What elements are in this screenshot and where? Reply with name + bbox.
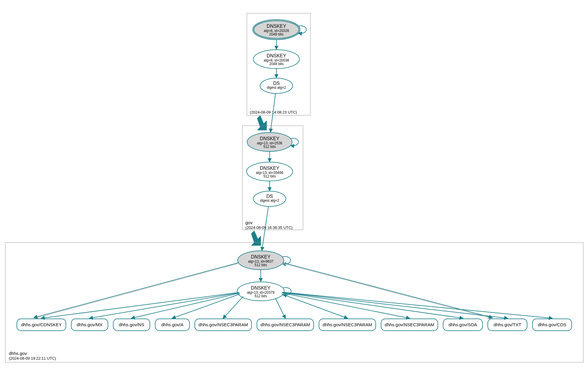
svg-line-55 [283,263,492,318]
transition-arrow-gov-dhhs [251,231,261,245]
zone-dhhs: dhhs.gov (2024-08-09 19:22:11 UTC) DNSKE… [5,243,583,362]
svg-line-47 [223,296,243,318]
node-root-ksk: DNSKEY alg=8, id=20326 2048 bits [253,20,300,40]
svg-line-50 [282,293,409,318]
svg-text:512 bits: 512 bits [255,263,267,267]
svg-text:digest alg=2: digest alg=2 [267,85,286,90]
svg-line-54 [34,263,239,318]
zone-gov-label: gov [245,220,253,225]
zone-root: . (2024-08-09 14:08:23 UTC) DNSKEY alg=8… [247,13,310,115]
rrset-label: dhhs.gov/TXT [494,322,521,327]
svg-text:2048 bits: 2048 bits [269,32,284,36]
zone-dhhs-label: dhhs.gov [9,351,27,356]
svg-text:2048 bits: 2048 bits [269,62,284,66]
rrset-label: dhhs.gov/MX [77,322,103,327]
node-dhhs-ksk: DNSKEY alg=13, id=9637 512 bits [238,251,284,270]
svg-text:512 bits: 512 bits [263,145,276,149]
rrset-label: dhhs.gov/NSEC3PARAM [385,322,434,327]
rrsets: dhhs.gov/CDNSKEYdhhs.gov/MXdhhs.gov/NSdh… [17,319,572,331]
svg-text:DNSKEY: DNSKEY [260,166,279,171]
rrset-label: dhhs.gov/CDS [538,322,566,327]
svg-text:DNSKEY: DNSKEY [267,24,286,29]
svg-line-45 [132,293,239,318]
svg-line-52 [282,292,507,318]
rrset-label: dhhs.gov/SOA [448,322,477,327]
svg-rect-31 [5,243,583,362]
svg-line-48 [275,298,285,318]
node-gov-ksk: DNSKEY alg=13, id=2536 512 bits [247,133,292,151]
node-gov-ds: DS digest alg=2 [253,191,286,206]
svg-line-51 [282,293,463,318]
node-gov-zsk: DNSKEY alg=13, id=35496 512 bits [247,162,293,181]
svg-text:DNSKEY: DNSKEY [251,285,270,290]
zone-root-label: . [250,105,251,110]
zone-dhhs-ts: (2024-08-09 19:22:11 UTC) [9,356,56,361]
svg-text:DNSKEY: DNSKEY [267,53,286,58]
rrset-label: dhhs.gov/A [161,322,183,327]
svg-text:digest alg=2: digest alg=2 [260,198,279,203]
svg-text:DS: DS [273,81,280,86]
svg-text:512 bits: 512 bits [263,174,276,178]
svg-line-42 [282,263,491,318]
rrset-label: dhhs.gov/NS [119,322,144,327]
node-dhhs-zsk: DNSKEY alg=13, id=20379 512 bits [237,282,284,301]
node-root-zsk: DNSKEY alg=8, id=20038 2048 bits [253,50,299,69]
svg-text:DS: DS [266,194,273,199]
transition-arrow-root-gov [257,115,267,130]
svg-text:DNSKEY: DNSKEY [251,254,270,259]
dnssec-diagram: . (2024-08-09 14:08:23 UTC) DNSKEY alg=8… [0,0,588,378]
svg-text:DNSKEY: DNSKEY [260,136,279,141]
svg-line-43 [41,293,239,318]
svg-line-46 [172,294,240,318]
svg-text:512 bits: 512 bits [255,294,267,298]
svg-line-53 [282,292,552,318]
rrset-label: dhhs.gov/NSEC3PARAM [260,322,310,327]
zone-gov-ts: (2024-08-09 16:36:35 UTC) [245,225,293,230]
zone-gov: gov (2024-08-09 16:36:35 UTC) DNSKEY alg… [242,126,303,230]
node-root-ds: DS digest alg=2 [260,78,293,93]
rrset-label: dhhs.gov/NSEC3PARAM [198,322,248,327]
rrset-label: dhhs.gov/CDNSKEY [21,322,62,327]
rrset-label: dhhs.gov/NSEC3PARAM [323,322,372,327]
